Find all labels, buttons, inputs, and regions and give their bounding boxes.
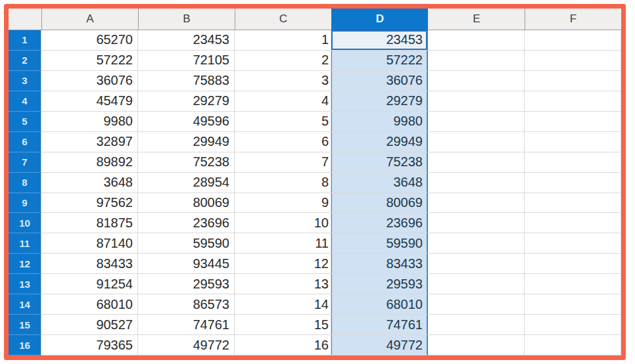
cell-E2[interactable] — [428, 51, 525, 71]
cell-A4[interactable]: 45479 — [41, 91, 138, 112]
cell-E6[interactable] — [428, 132, 525, 152]
cell-D4[interactable]: 29279 — [331, 91, 428, 112]
cell-F3[interactable] — [525, 71, 621, 91]
cell-D11[interactable]: 59590 — [331, 233, 428, 254]
cell-F13[interactable] — [525, 274, 621, 294]
cell-D15[interactable]: 74761 — [331, 315, 428, 335]
cell-D1[interactable]: 23453 — [331, 30, 428, 51]
cell-B4[interactable]: 29279 — [138, 91, 235, 112]
cell-D9[interactable]: 80069 — [331, 193, 428, 214]
cell-C15[interactable]: 15 — [235, 315, 331, 335]
cell-D5[interactable]: 9980 — [331, 112, 428, 132]
row-header-14[interactable]: 14 — [9, 294, 41, 315]
cell-B15[interactable]: 74761 — [138, 315, 235, 335]
row-header-4[interactable]: 4 — [9, 91, 41, 112]
cell-B9[interactable]: 80069 — [138, 193, 235, 214]
cell-B1[interactable]: 23453 — [138, 30, 235, 51]
cell-C7[interactable]: 7 — [235, 152, 331, 173]
cell-A12[interactable]: 83433 — [41, 254, 138, 274]
cell-E3[interactable] — [428, 71, 525, 91]
cell-A7[interactable]: 89892 — [41, 152, 138, 173]
cell-C4[interactable]: 4 — [235, 91, 331, 112]
cell-A6[interactable]: 32897 — [41, 132, 138, 152]
cell-B12[interactable]: 93445 — [138, 254, 235, 274]
cell-A1[interactable]: 65270 — [41, 30, 138, 51]
row-header-7[interactable]: 7 — [9, 152, 41, 173]
cell-D12[interactable]: 83433 — [331, 254, 428, 274]
cell-B6[interactable]: 29949 — [138, 132, 235, 152]
row-header-13[interactable]: 13 — [9, 274, 41, 294]
row-header-3[interactable]: 3 — [9, 71, 41, 91]
cell-C11[interactable]: 11 — [235, 233, 331, 254]
cell-D10[interactable]: 23696 — [331, 213, 428, 233]
cell-E16[interactable] — [428, 335, 525, 355]
cell-E1[interactable] — [428, 30, 525, 51]
row-header-9[interactable]: 9 — [9, 193, 41, 214]
cell-D16[interactable]: 49772 — [331, 335, 428, 355]
cell-B5[interactable]: 49596 — [138, 112, 235, 132]
cell-E8[interactable] — [428, 173, 525, 193]
cell-F1[interactable] — [525, 30, 621, 51]
cell-A14[interactable]: 68010 — [41, 294, 138, 315]
cell-F6[interactable] — [525, 132, 621, 152]
row-header-15[interactable]: 15 — [9, 315, 41, 335]
cell-F9[interactable] — [525, 193, 621, 214]
cell-A10[interactable]: 81875 — [41, 213, 138, 233]
cell-B3[interactable]: 75883 — [138, 71, 235, 91]
cell-C1[interactable]: 1 — [235, 30, 331, 51]
row-header-11[interactable]: 11 — [9, 233, 41, 254]
column-header-C[interactable]: C — [235, 9, 331, 30]
cell-D8[interactable]: 3648 — [331, 173, 428, 193]
row-header-6[interactable]: 6 — [9, 132, 41, 152]
cell-B16[interactable]: 49772 — [138, 335, 235, 355]
column-header-B[interactable]: B — [138, 9, 235, 30]
cell-C10[interactable]: 10 — [235, 213, 331, 233]
cell-D7[interactable]: 75238 — [331, 152, 428, 173]
cell-C12[interactable]: 12 — [235, 254, 331, 274]
cell-A2[interactable]: 57222 — [41, 51, 138, 71]
column-header-E[interactable]: E — [428, 9, 525, 30]
cell-E12[interactable] — [428, 254, 525, 274]
cell-E14[interactable] — [428, 294, 525, 315]
cell-D13[interactable]: 29593 — [331, 274, 428, 294]
cell-B13[interactable]: 29593 — [138, 274, 235, 294]
column-header-F[interactable]: F — [525, 9, 621, 30]
cell-E4[interactable] — [428, 91, 525, 112]
cell-B11[interactable]: 59590 — [138, 233, 235, 254]
cell-B14[interactable]: 86573 — [138, 294, 235, 315]
cell-C2[interactable]: 2 — [235, 51, 331, 71]
cell-E11[interactable] — [428, 233, 525, 254]
cell-A9[interactable]: 97562 — [41, 193, 138, 214]
cell-A16[interactable]: 79365 — [41, 335, 138, 355]
cell-C8[interactable]: 8 — [235, 173, 331, 193]
cell-F10[interactable] — [525, 213, 621, 233]
cell-E9[interactable] — [428, 193, 525, 214]
cell-B10[interactable]: 23696 — [138, 213, 235, 233]
cell-B2[interactable]: 72105 — [138, 51, 235, 71]
cell-F4[interactable] — [525, 91, 621, 112]
row-header-16[interactable]: 16 — [9, 335, 41, 355]
cell-A13[interactable]: 91254 — [41, 274, 138, 294]
cell-D2[interactable]: 57222 — [331, 51, 428, 71]
column-header-D[interactable]: D — [331, 9, 428, 30]
cell-F14[interactable] — [525, 294, 621, 315]
cell-B7[interactable]: 75238 — [138, 152, 235, 173]
select-all-corner[interactable] — [9, 9, 41, 30]
cell-F5[interactable] — [525, 112, 621, 132]
cell-F7[interactable] — [525, 152, 621, 173]
cell-D14[interactable]: 68010 — [331, 294, 428, 315]
cell-F11[interactable] — [525, 233, 621, 254]
cell-F8[interactable] — [525, 173, 621, 193]
cell-B8[interactable]: 28954 — [138, 173, 235, 193]
cell-C3[interactable]: 3 — [235, 71, 331, 91]
cell-E5[interactable] — [428, 112, 525, 132]
cell-D6[interactable]: 29949 — [331, 132, 428, 152]
cell-F16[interactable] — [525, 335, 621, 355]
cell-A8[interactable]: 3648 — [41, 173, 138, 193]
cell-F2[interactable] — [525, 51, 621, 71]
cell-E10[interactable] — [428, 213, 525, 233]
cell-C13[interactable]: 13 — [235, 274, 331, 294]
cell-C6[interactable]: 6 — [235, 132, 331, 152]
column-header-A[interactable]: A — [41, 9, 138, 30]
cell-D3[interactable]: 36076 — [331, 71, 428, 91]
